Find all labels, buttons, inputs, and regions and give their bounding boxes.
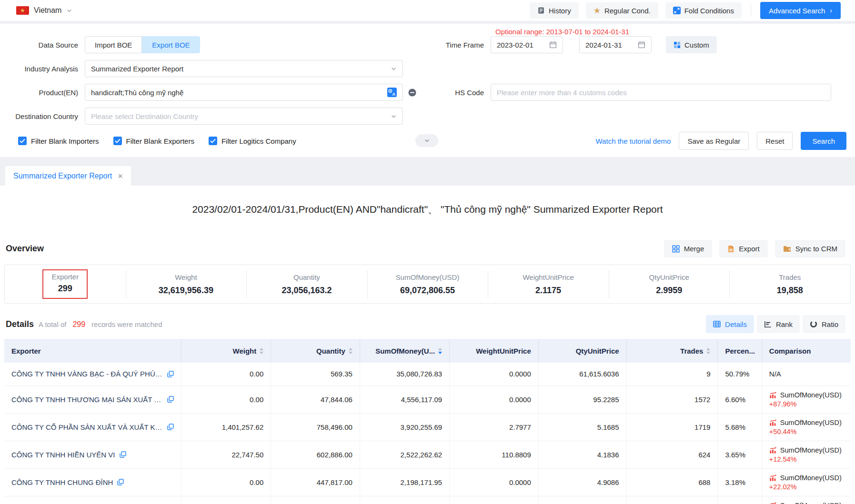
history-button[interactable]: History <box>530 2 579 19</box>
close-icon[interactable]: × <box>118 172 123 180</box>
trend-chart-icon <box>769 474 777 481</box>
exporter-name-link[interactable]: CÔNG TY TNHH CHUNG ĐỈNH <box>11 478 113 486</box>
exporter-name-link[interactable]: CÔNG TY TNHH THƯƠNG MẠI SẢN XUẤT EAG... <box>11 395 163 404</box>
view-details-button[interactable]: Details <box>706 315 754 333</box>
date-from-field[interactable]: 2023-02-01 <box>491 36 563 53</box>
tab-summarized-exporter-report[interactable]: Summarized Exporter Report × <box>5 166 131 186</box>
export-boe-button[interactable]: Export BOE <box>142 36 200 53</box>
destination-country-select[interactable]: Please select Destination Country <box>85 108 403 125</box>
details-table: Exporter Weight Quantity SumOfMoney(U...… <box>4 339 851 504</box>
view-ratio-button[interactable]: Ratio <box>803 315 845 333</box>
export-file-icon <box>727 245 734 253</box>
col-weight-unit-price: WeightUnitPrice <box>450 339 539 363</box>
col-weight-sort[interactable]: Weight <box>181 339 271 363</box>
exporter-name-link[interactable]: CÔNG TY TNHH HIỀN UYÊN VI <box>11 451 115 459</box>
divider <box>751 4 751 17</box>
stat-exporter: Exporter 299 <box>5 269 126 299</box>
calendar-icon <box>638 41 645 49</box>
table-row: CÔNG TY TNHH THƯƠNG MẠI SẢN XUẤT EAG... … <box>4 385 851 413</box>
stat-quantity: Quantity 23,056,163.2 <box>246 273 367 296</box>
history-icon <box>537 7 545 14</box>
filter-blank-importers-checkbox[interactable]: Filter Blank Importers <box>18 137 99 145</box>
details-header: Details A total of 299 records were matc… <box>4 315 851 333</box>
col-trades-sort[interactable]: Trades <box>626 339 718 363</box>
checkbox-checked-icon <box>113 137 122 145</box>
product-field-group: handicraft;Thủ công mỹ nghệ A <box>85 84 417 101</box>
regular-cond-button[interactable]: ★ Regular Cond. <box>586 2 658 19</box>
search-form: Optional range: 2013-07-01 to 2024-01-31… <box>0 24 855 157</box>
country-selector[interactable]: ★ Vietnam <box>16 6 72 15</box>
exporter-name-link[interactable]: CÔNG TY TNHH VÀNG BẠC - ĐÁ QUÝ PHÚ QUÝ <box>11 370 163 378</box>
copy-icon[interactable] <box>167 371 174 377</box>
hs-code-label: HS Code <box>411 89 491 97</box>
comparison-cell: SumOfMoney(USD) +50.44% <box>762 413 851 441</box>
star-icon: ★ <box>593 7 601 15</box>
col-quantity-sort[interactable]: Quantity <box>271 339 360 363</box>
reset-button[interactable]: Reset <box>757 132 793 150</box>
col-percent: Percen... <box>718 339 762 363</box>
ratio-donut-icon <box>810 320 817 328</box>
fold-conditions-button[interactable]: Fold Conditions <box>665 2 742 19</box>
custom-range-button[interactable]: Custom <box>666 36 717 53</box>
hs-code-group: HS Code Please enter more than 4 customs… <box>411 84 831 101</box>
sort-icon <box>260 348 263 354</box>
hs-code-input[interactable]: Please enter more than 4 customs codes <box>491 84 831 101</box>
copy-icon[interactable] <box>167 396 174 403</box>
export-button[interactable]: Export <box>719 240 767 257</box>
sync-to-crm-button[interactable]: Sync to CRM <box>775 240 845 257</box>
filter-blank-exporters-checkbox[interactable]: Filter Blank Exporters <box>113 137 194 145</box>
time-frame-group: Time Frame 2023-02-01 2024-01-31 Custom <box>411 36 831 53</box>
optional-range-hint: Optional range: 2013-07-01 to 2024-01-31 <box>495 28 629 36</box>
trend-chart-icon <box>769 419 777 426</box>
comparison-cell: N/A <box>762 363 851 385</box>
view-rank-button[interactable]: Rank <box>757 315 800 333</box>
copy-icon[interactable] <box>120 451 126 458</box>
industry-analysis-select[interactable]: Summarized Exporter Report <box>85 60 403 77</box>
expand-conditions-button[interactable] <box>415 134 438 147</box>
time-frame-label: Time Frame <box>411 41 491 49</box>
product-en-input[interactable]: handicraft;Thủ công mỹ nghệ A <box>85 84 403 101</box>
merge-button[interactable]: Merge <box>664 240 713 257</box>
fold-icon <box>673 7 681 14</box>
tutorial-demo-link[interactable]: Watch the tutorial demo <box>596 137 671 145</box>
crm-folder-icon <box>783 246 791 252</box>
filter-logitics-company-checkbox[interactable]: Filter Logitics Company <box>209 137 296 145</box>
chevron-right-icon: › <box>830 7 832 14</box>
vietnam-flag-icon: ★ <box>16 6 29 15</box>
col-exporter: Exporter <box>4 339 181 363</box>
stat-trades: Trades 19,858 <box>729 273 850 296</box>
report-content: 2023/02/01-2024/01/31,Product(EN) AND"ha… <box>0 186 855 504</box>
advanced-search-button[interactable]: Advanced Search › <box>760 2 841 19</box>
import-boe-button[interactable]: Import BOE <box>85 36 142 53</box>
copy-icon[interactable] <box>167 424 174 430</box>
overview-heading: Overview <box>6 244 44 254</box>
chevron-down-icon <box>424 138 430 144</box>
sort-desc-active-icon <box>438 348 442 354</box>
comparison-cell: SumOfMoney(USD) +12.54% <box>762 441 851 468</box>
sort-icon <box>706 348 710 354</box>
date-to-field[interactable]: 2024-01-31 <box>579 36 652 53</box>
country-name: Vietnam <box>34 6 61 15</box>
copy-icon[interactable] <box>117 479 124 485</box>
stat-weight: Weight 32,619,956.39 <box>126 273 247 296</box>
translate-icon[interactable]: A <box>387 88 397 97</box>
details-summary: Details A total of 299 records were matc… <box>6 319 162 329</box>
exporter-name-link[interactable]: CÔNG TY CỔ PHẦN SẢN XUẤT VÀ XUẤT KHẨU ..… <box>11 423 163 431</box>
search-button[interactable]: Search <box>801 132 846 150</box>
data-source-label: Data Source <box>0 41 85 49</box>
comparison-cell: SumOfMoney(USD) +5.62% <box>762 496 851 504</box>
chevron-down-icon <box>391 66 397 72</box>
svg-text:A: A <box>392 92 396 97</box>
topbar: ★ Vietnam History ★ Regular Cond. Fold C… <box>0 0 855 21</box>
rank-chart-icon <box>764 321 772 328</box>
overview-header: Overview Merge Export Sync to CRM <box>4 240 851 257</box>
chevron-down-icon <box>66 8 72 14</box>
table-row: CÔNG TY TNHH HIỀN UYÊN VI 22,747.50 602,… <box>4 441 851 468</box>
destination-country-label: Destination Country <box>0 112 85 120</box>
save-as-regular-button[interactable]: Save as Regular <box>679 132 749 150</box>
comparison-cell: SumOfMoney(USD) +22.02% <box>762 468 851 496</box>
col-sum-of-money-sort[interactable]: SumOfMoney(U... <box>360 339 449 363</box>
custom-grid-icon <box>674 41 681 49</box>
table-header: Exporter Weight Quantity SumOfMoney(U...… <box>4 339 851 363</box>
col-comparison: Comparison <box>762 339 851 363</box>
